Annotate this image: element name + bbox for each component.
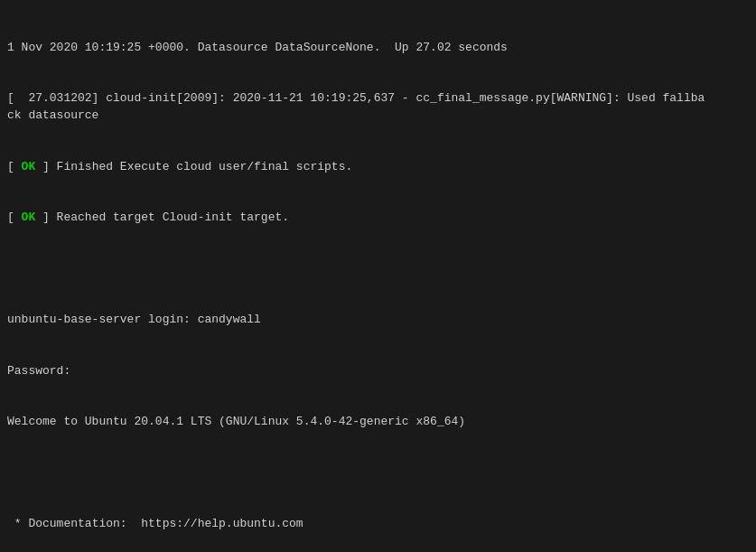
terminal-line-login: unbuntu-base-server login: candywall bbox=[7, 312, 749, 329]
ok-badge-1: OK bbox=[22, 160, 36, 173]
terminal-window: 1 Nov 2020 10:19:25 +0000. Datasource Da… bbox=[0, 0, 756, 552]
terminal-line-password: Password: bbox=[7, 363, 749, 380]
terminal-line-4: [ OK ] Reached target Cloud-init target. bbox=[7, 210, 749, 227]
terminal-line-1: 1 Nov 2020 10:19:25 +0000. Datasource Da… bbox=[7, 40, 749, 57]
terminal-line-3: [ OK ] Finished Execute cloud user/final… bbox=[7, 159, 749, 176]
ok-badge-2: OK bbox=[22, 211, 36, 224]
terminal-line-welcome: Welcome to Ubuntu 20.04.1 LTS (GNU/Linux… bbox=[7, 414, 749, 431]
terminal-line-blank-2 bbox=[7, 465, 749, 482]
terminal-line-doc: * Documentation: https://help.ubuntu.com bbox=[7, 516, 749, 533]
terminal-line-2: [ 27.031202] cloud-init[2009]: 2020-11-2… bbox=[7, 90, 749, 125]
terminal-line-blank-1 bbox=[7, 261, 749, 278]
